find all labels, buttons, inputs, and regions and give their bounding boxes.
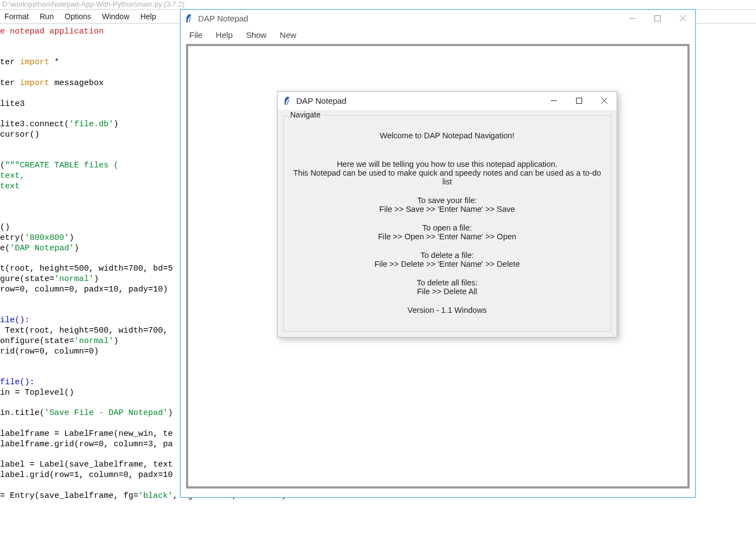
notepad-titlebar[interactable]: DAP Notepad bbox=[180, 10, 695, 27]
navigate-save-body: File >> Save >> 'Enter Name' >> Save bbox=[289, 205, 605, 214]
ide-menu-window[interactable]: Window bbox=[98, 12, 134, 21]
navigate-deleteall-body: File >> Delete All bbox=[289, 287, 605, 296]
navigate-version: Version - 1.1 Windows bbox=[289, 306, 605, 315]
svg-rect-5 bbox=[576, 98, 582, 104]
dialog-window-controls bbox=[541, 92, 617, 110]
feather-icon bbox=[185, 14, 193, 24]
ide-menu-help[interactable]: Help bbox=[136, 12, 161, 21]
notepad-menubar: File Help Show New bbox=[180, 27, 695, 44]
navigate-body: Welcome to DAP Notepad Navigation! Here … bbox=[289, 131, 605, 315]
navigate-deleteall-heading: To delete all files: bbox=[289, 278, 605, 287]
dialog-close-button[interactable] bbox=[591, 92, 617, 110]
navigate-open-heading: To open a file: bbox=[289, 223, 605, 232]
navigate-delete-body: File >> Delete >> 'Enter Name' >> Delete bbox=[289, 260, 605, 268]
navigate-legend: Navigate bbox=[288, 110, 323, 119]
close-button[interactable] bbox=[670, 10, 695, 27]
feather-icon bbox=[283, 96, 291, 106]
navigate-intro-2: This Notepad can be used to make quick a… bbox=[289, 169, 605, 186]
minimize-button[interactable] bbox=[619, 10, 645, 27]
dialog-titlebar[interactable]: DAP Notepad bbox=[278, 92, 617, 110]
ide-menu-options[interactable]: Options bbox=[60, 12, 95, 21]
window-controls bbox=[619, 10, 695, 27]
maximize-button[interactable] bbox=[645, 10, 670, 27]
notepad-menu-new[interactable]: New bbox=[274, 30, 302, 40]
navigate-intro-1: Here we will be telling you how to use t… bbox=[289, 160, 605, 169]
notepad-menu-help[interactable]: Help bbox=[210, 30, 238, 40]
ide-titlebar: D:\work\python\Notepad-App-With-Python\m… bbox=[0, 0, 756, 9]
notepad-menu-file[interactable]: File bbox=[184, 30, 208, 40]
dialog-minimize-button[interactable] bbox=[541, 92, 566, 110]
svg-rect-1 bbox=[655, 16, 660, 21]
navigate-delete-heading: To delete a file: bbox=[289, 251, 605, 260]
notepad-title: DAP Notepad bbox=[198, 14, 248, 23]
navigate-groupbox: Navigate Welcome to DAP Notepad Navigati… bbox=[283, 115, 611, 332]
ide-menu-format[interactable]: Format bbox=[0, 12, 33, 21]
dialog-maximize-button[interactable] bbox=[566, 92, 591, 110]
navigate-dialog: DAP Notepad Navigate Welcome to DAP Note… bbox=[277, 91, 617, 338]
notepad-menu-show[interactable]: Show bbox=[240, 30, 272, 40]
navigate-save-heading: To save your file: bbox=[289, 196, 605, 205]
dialog-title: DAP Notepad bbox=[296, 96, 346, 105]
ide-menu-run[interactable]: Run bbox=[35, 12, 58, 21]
navigate-welcome: Welcome to DAP Notepad Navigation! bbox=[289, 131, 605, 140]
navigate-open-body: File >> Open >> 'Enter Name' >> Open bbox=[289, 232, 605, 241]
